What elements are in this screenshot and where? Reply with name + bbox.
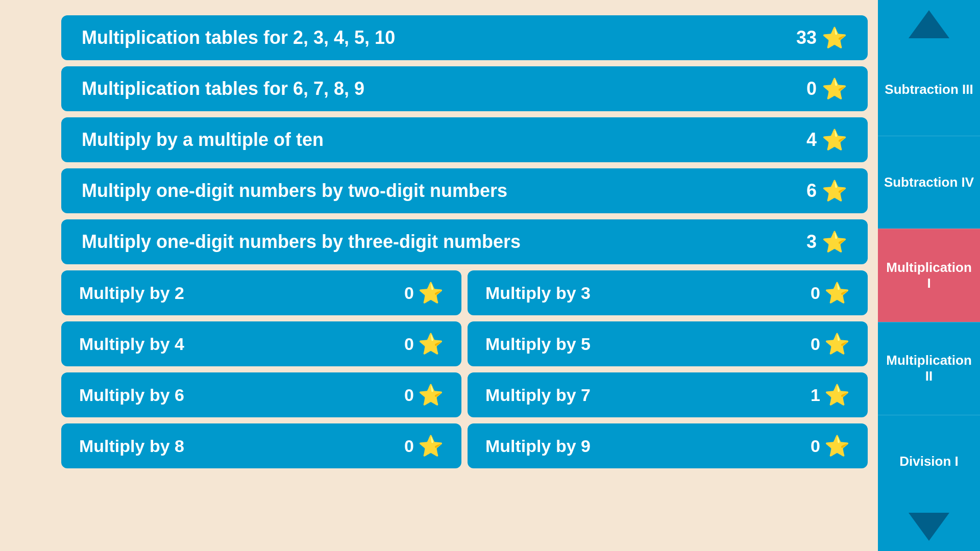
star-count: 0: [806, 78, 817, 99]
star-icon: ⭐: [822, 230, 847, 254]
half-row-container: Multiply by 8 0 ⭐ Multiply by 9 0 ⭐: [61, 423, 868, 468]
topic-label: Multiply one-digit numbers by two-digit …: [82, 180, 507, 202]
star-count: 6: [806, 180, 817, 202]
scroll-up-button[interactable]: [909, 10, 949, 38]
topic-button-mult-by-8[interactable]: Multiply by 8 0 ⭐: [61, 423, 461, 468]
topic-button-mult-by-3[interactable]: Multiply by 3 0 ⭐: [468, 270, 868, 315]
topic-button-mult-by-5[interactable]: Multiply by 5 0 ⭐: [468, 321, 868, 366]
topic-button-mult-by-7[interactable]: Multiply by 7 1 ⭐: [468, 372, 868, 417]
scroll-down-button[interactable]: [909, 513, 949, 541]
star-group: 0 ⭐: [811, 434, 850, 458]
sidebar-items: Subtraction IIISubtraction IVMultiplicat…: [878, 43, 980, 508]
topic-button-mult-one-three-digit[interactable]: Multiply one-digit numbers by three-digi…: [61, 219, 868, 264]
topic-button-mult-tables-2-3-4-5-10[interactable]: Multiplication tables for 2, 3, 4, 5, 10…: [61, 15, 868, 60]
star-group: 0 ⭐: [404, 332, 444, 356]
star-icon: ⭐: [822, 128, 847, 152]
half-row-container: Multiply by 2 0 ⭐ Multiply by 3 0 ⭐: [61, 270, 868, 315]
star-icon: ⭐: [824, 434, 850, 458]
star-group: 0 ⭐: [811, 281, 850, 305]
sidebar-item-multiplication-i[interactable]: Multiplication I: [878, 229, 980, 321]
star-count: 0: [404, 436, 414, 456]
star-icon: ⭐: [824, 383, 850, 407]
star-icon: ⭐: [824, 332, 850, 356]
topic-button-mult-by-6[interactable]: Multiply by 6 0 ⭐: [61, 372, 461, 417]
topic-label: Multiplication tables for 2, 3, 4, 5, 10: [82, 27, 395, 48]
topic-label: Multiply by 8: [79, 436, 184, 456]
star-group: 0 ⭐: [404, 383, 444, 407]
topic-label: Multiply by 5: [485, 334, 591, 354]
star-count: 4: [806, 129, 817, 151]
star-icon: ⭐: [418, 383, 444, 407]
topic-button-mult-by-4[interactable]: Multiply by 4 0 ⭐: [61, 321, 461, 366]
star-icon: ⭐: [824, 281, 850, 305]
topic-button-mult-one-two-digit[interactable]: Multiply one-digit numbers by two-digit …: [61, 168, 868, 213]
star-icon: ⭐: [822, 77, 847, 101]
topic-button-mult-multiple-of-ten[interactable]: Multiply by a multiple of ten 4 ⭐: [61, 117, 868, 162]
star-group: 0 ⭐: [811, 332, 850, 356]
star-icon: ⭐: [418, 434, 444, 458]
star-count: 3: [806, 231, 817, 253]
star-group: 0 ⭐: [404, 434, 444, 458]
star-count: 1: [811, 385, 820, 405]
topic-button-mult-by-9[interactable]: Multiply by 9 0 ⭐: [468, 423, 868, 468]
star-count: 33: [796, 27, 817, 48]
star-count: 0: [404, 283, 414, 303]
topic-button-mult-by-2[interactable]: Multiply by 2 0 ⭐: [61, 270, 461, 315]
star-icon: ⭐: [418, 332, 444, 356]
star-group: 4 ⭐: [806, 128, 847, 152]
star-icon: ⭐: [822, 26, 847, 50]
star-icon: ⭐: [822, 179, 847, 203]
star-group: 6 ⭐: [806, 179, 847, 203]
star-group: 0 ⭐: [806, 77, 847, 101]
star-count: 0: [811, 334, 820, 354]
topic-label: Multiply one-digit numbers by three-digi…: [82, 231, 521, 253]
topic-label: Multiply by 3: [485, 283, 591, 303]
topic-label: Multiplication tables for 6, 7, 8, 9: [82, 78, 364, 99]
star-count: 0: [404, 385, 414, 405]
topic-button-mult-tables-6-7-8-9[interactable]: Multiplication tables for 6, 7, 8, 9 0 ⭐: [61, 66, 868, 111]
star-group: 3 ⭐: [806, 230, 847, 254]
star-count: 0: [811, 283, 820, 303]
topic-label: Multiply by a multiple of ten: [82, 129, 324, 151]
star-group: 33 ⭐: [796, 26, 847, 50]
star-group: 1 ⭐: [811, 383, 850, 407]
half-row-container: Multiply by 4 0 ⭐ Multiply by 5 0 ⭐: [61, 321, 868, 366]
topic-label: Multiply by 2: [79, 283, 184, 303]
star-count: 0: [404, 334, 414, 354]
sidebar-item-division-i[interactable]: Division I: [878, 415, 980, 508]
main-content: Multiplication tables for 2, 3, 4, 5, 10…: [0, 0, 878, 551]
sidebar: Subtraction IIISubtraction IVMultiplicat…: [878, 0, 980, 551]
star-count: 0: [811, 436, 820, 456]
star-icon: ⭐: [418, 281, 444, 305]
star-group: 0 ⭐: [404, 281, 444, 305]
topic-label: Multiply by 6: [79, 385, 184, 405]
topic-label: Multiply by 4: [79, 334, 184, 354]
sidebar-item-subtraction-iii[interactable]: Subtraction III: [878, 43, 980, 136]
sidebar-item-multiplication-ii[interactable]: Multiplication II: [878, 322, 980, 415]
sidebar-item-subtraction-iv[interactable]: Subtraction IV: [878, 136, 980, 229]
topic-label: Multiply by 9: [485, 436, 591, 456]
half-row-container: Multiply by 6 0 ⭐ Multiply by 7 1 ⭐: [61, 372, 868, 417]
topic-label: Multiply by 7: [485, 385, 591, 405]
